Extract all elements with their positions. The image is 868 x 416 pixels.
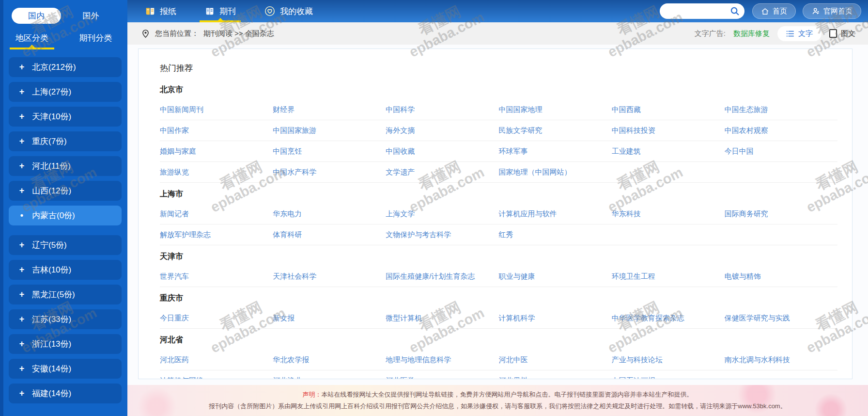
magazine-link[interactable]: 环球军事 — [499, 147, 612, 156]
magazine-link[interactable]: 国际生殖健康/计划生育杂志 — [386, 272, 498, 281]
magazine-link[interactable]: 上海文学 — [386, 209, 498, 219]
magazine-link[interactable]: 婚姻与家庭 — [160, 147, 273, 156]
section-heading: 河北省 — [160, 329, 837, 350]
magazine-link[interactable]: 新闻记者 — [160, 209, 273, 219]
magazine-link[interactable]: 中国科技投资 — [612, 126, 725, 135]
magazine-link[interactable]: 中华医学教育探索杂志 — [612, 314, 725, 323]
magazine-link[interactable]: 红秀 — [499, 230, 612, 240]
nav-tab-journal[interactable]: 期刊 — [201, 0, 240, 22]
magazine-link[interactable]: 微型计算机 — [386, 314, 498, 323]
magazine-link[interactable]: 今日重庆 — [160, 314, 273, 323]
magazine-link[interactable]: 天津社会科学 — [273, 272, 386, 281]
magazine-link[interactable]: 旅游纵览 — [160, 168, 273, 177]
magazine-link[interactable]: 工业建筑 — [612, 147, 725, 156]
plus-icon: + — [18, 314, 25, 324]
section-heading: 天津市 — [160, 245, 837, 266]
magazine-link[interactable]: 体育科研 — [273, 230, 386, 240]
sidebar-region-item[interactable]: +上海(27份) — [9, 82, 122, 102]
sidebar-region-item[interactable]: +重庆(7份) — [9, 131, 122, 151]
ad-label: 文字广告: — [695, 29, 726, 38]
magazine-link[interactable]: 中国作家 — [160, 126, 273, 135]
magazine-link[interactable]: 河北中医 — [499, 355, 612, 365]
magazine-row: 河北医药华北农学报地理与地理信息科学河北中医产业与科技论坛南水北调与水利科技 — [160, 350, 837, 370]
magazine-link[interactable]: 中国西藏 — [612, 105, 725, 114]
sidebar-region-item[interactable]: +江苏(33份) — [9, 309, 122, 329]
magazine-link[interactable]: 中国石油画报 — [612, 376, 725, 380]
magazine-link[interactable]: 财经界 — [273, 105, 386, 114]
sidebar-region-item[interactable]: •内蒙古(0份) — [9, 206, 122, 225]
magazine-link[interactable]: 解放军护理杂志 — [160, 230, 273, 240]
database-repair-link[interactable]: 数据库修复 — [733, 29, 770, 38]
region-label: 河北(11份) — [32, 160, 71, 172]
tab-region-category[interactable]: 地区分类 — [0, 32, 64, 49]
plus-icon: + — [18, 388, 25, 399]
magazine-link[interactable]: 计算机应用与软件 — [499, 209, 612, 219]
magazine-link[interactable]: 南水北调与水利科技 — [725, 355, 837, 365]
plus-icon: + — [18, 62, 25, 72]
magazine-link[interactable]: 河北渔业 — [273, 376, 386, 380]
magazine-link[interactable]: 民族文学研究 — [499, 126, 612, 135]
sidebar-region-item[interactable]: +河北(11份) — [9, 156, 122, 176]
toggle-domestic[interactable]: 国内 — [12, 8, 61, 24]
magazine-link[interactable]: 中国国家地理 — [499, 105, 612, 114]
sidebar-region-item[interactable]: +安徽(14份) — [9, 359, 122, 379]
official-home-button[interactable]: 官网首页 — [803, 3, 861, 19]
magazine-link[interactable]: 中国新闻周刊 — [160, 105, 273, 114]
view-mode-imagetext[interactable]: 图文 — [829, 29, 855, 38]
view-mode-text[interactable]: 文字 — [777, 26, 822, 41]
magazine-link[interactable]: 中国科学 — [386, 105, 498, 114]
magazine-link[interactable]: 计算机与网络 — [160, 376, 273, 380]
magazine-link[interactable]: 中国农村观察 — [725, 126, 837, 135]
magazine-link[interactable]: 文学遗产 — [386, 168, 498, 177]
magazine-link[interactable]: 职业与健康 — [499, 272, 612, 281]
magazine-link[interactable]: 华东科技 — [612, 209, 725, 219]
magazine-link[interactable]: 产业与科技论坛 — [612, 355, 725, 365]
home-button[interactable]: 首页 — [752, 3, 796, 19]
sidebar-region-item[interactable]: +福建(14份) — [9, 384, 122, 403]
magazine-link[interactable]: 环境卫生工程 — [612, 272, 725, 281]
magazine-link[interactable]: 国家地理（中国网站） — [499, 168, 612, 177]
magazine-link[interactable]: 海外文摘 — [386, 126, 498, 135]
toggle-foreign[interactable]: 国外 — [61, 10, 121, 21]
magazine-link[interactable]: 中国收藏 — [386, 147, 498, 156]
location-pin-icon — [141, 29, 150, 38]
sidebar-region-item[interactable]: +黑龙江(5份) — [9, 285, 122, 304]
sidebar-region-item[interactable]: +天津(10份) — [9, 107, 122, 127]
magazine-link[interactable]: 计算机科学 — [499, 314, 612, 323]
region-label: 江苏(33份) — [32, 314, 71, 325]
list-icon — [786, 30, 794, 37]
sidebar-region-item[interactable]: +山西(12份) — [9, 181, 122, 201]
sidebar-region-item[interactable]: +吉林(10份) — [9, 260, 122, 280]
magazine-link[interactable]: 地理与地理信息科学 — [386, 355, 498, 365]
magazine-link[interactable]: 中国生态旅游 — [725, 105, 837, 114]
magazine-link[interactable]: 新女报 — [273, 314, 386, 323]
disclaimer-line-1: 声明：本站在线看报网址大全仅提供报刊网址导航链接，免费并方便网站用户导航和点击。… — [303, 390, 693, 399]
magazine-link[interactable]: 河北果树 — [499, 376, 612, 380]
magazine-link[interactable]: 河北医药 — [160, 355, 273, 365]
magazine-link[interactable]: 今日中国 — [725, 147, 837, 156]
magazine-link[interactable]: 国际商务研究 — [725, 209, 837, 219]
magazine-link[interactable]: 华东电力 — [273, 209, 386, 219]
magazine-link[interactable]: 河北医学 — [386, 376, 498, 380]
sidebar-region-item[interactable]: +辽宁(5份) — [9, 235, 122, 255]
breadcrumb-bar: 您当前位置： 期刊阅读 >> 全国杂志 文字广告: 数据库修复 文字 图文 — [127, 22, 868, 45]
plus-icon: + — [18, 339, 25, 349]
plus-icon: + — [18, 161, 25, 171]
magazine-row: 新闻记者华东电力上海文学计算机应用与软件华东科技国际商务研究 — [160, 204, 837, 224]
top-nav: 报纸 期刊 我的收藏 — [127, 0, 868, 22]
nav-tab-newspaper[interactable]: 报纸 — [141, 0, 180, 22]
sidebar-region-item[interactable]: +北京(212份) — [9, 57, 122, 77]
tab-journal-category[interactable]: 期刊分类 — [64, 32, 128, 49]
magazine-link[interactable]: 中国国家旅游 — [273, 126, 386, 135]
magazine-link[interactable]: 世界汽车 — [160, 272, 273, 281]
magazine-link[interactable]: 华北农学报 — [273, 355, 386, 365]
breadcrumb-right: 文字广告: 数据库修复 文字 图文 — [695, 26, 855, 41]
magazine-link[interactable]: 电镀与精饰 — [725, 272, 837, 281]
sidebar-region-item[interactable]: +浙江(13份) — [9, 334, 122, 354]
magazine-link[interactable]: 文物保护与考古科学 — [386, 230, 498, 240]
magazine-link[interactable]: 中国烹饪 — [273, 147, 386, 156]
search-icon[interactable] — [729, 6, 740, 16]
magazine-link[interactable]: 保健医学研究与实践 — [725, 314, 837, 323]
nav-tab-favorites[interactable]: 我的收藏 — [260, 0, 317, 22]
magazine-link[interactable]: 中国水产科学 — [273, 168, 386, 177]
